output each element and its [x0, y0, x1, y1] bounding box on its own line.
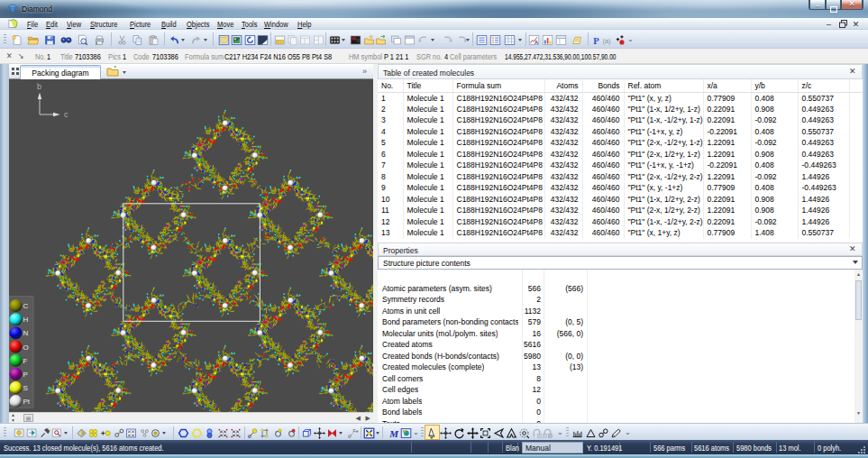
svg-text:F: F: [23, 357, 28, 365]
svg-text:c: c: [64, 110, 69, 119]
svg-text:(a): (a): [603, 37, 611, 45]
svg-text:P: P: [23, 371, 28, 379]
svg-text:Pt: Pt: [23, 398, 31, 406]
svg-text:A: A: [534, 40, 537, 45]
svg-text:C: C: [23, 302, 29, 310]
svg-text:P: P: [593, 36, 599, 46]
svg-text:O: O: [23, 344, 29, 352]
svg-text:M: M: [389, 428, 400, 439]
svg-text:H: H: [23, 316, 29, 324]
svg-text:Fe: Fe: [352, 428, 358, 434]
svg-text:S: S: [23, 384, 28, 392]
svg-text:b: b: [37, 82, 41, 91]
svg-text:N: N: [23, 329, 29, 337]
